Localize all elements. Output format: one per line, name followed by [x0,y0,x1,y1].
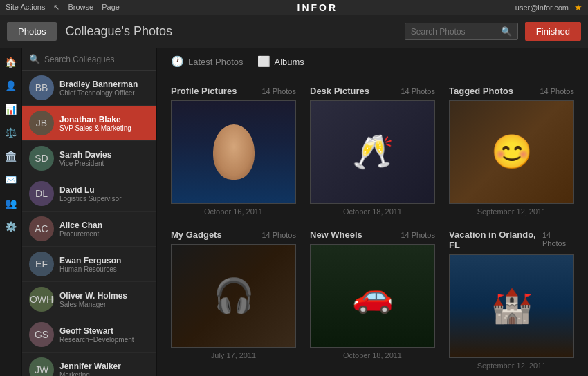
top-bar: Site Actions ↖ Browse Page INFOR user@in… [0,0,588,15]
album-card-gadgets[interactable]: My Gadgets 14 Photos 🎧 July 17, 2011 [171,229,296,370]
finished-button[interactable]: Finished [525,22,581,41]
tab-label-albums: Albums [275,57,304,67]
avatar-david: DL [29,181,54,206]
colleague-role-bradley: Chief Technology Officer [59,89,149,97]
browse-icon: ↖ [53,3,59,12]
top-bar-center: INFOR [120,2,515,13]
nav-icon-building[interactable]: 🏛️ [3,148,19,164]
avatar-geoff: GS [29,322,54,347]
nav-icon-home[interactable]: 🏠 [3,54,19,70]
colleague-item-jennifer[interactable]: JW Jennifer Walker Marketing [22,352,156,376]
album-header-gadgets: My Gadgets 14 Photos [171,229,296,240]
colleague-item-ewan[interactable]: EF Ewan Ferguson Human Resources [22,247,156,282]
colleague-name-jonathan: Jonathan Blake [59,115,149,124]
avatar-jonathan: JB [29,111,54,135]
colleague-item-bradley[interactable]: BB Bradley Bannerman Chief Technology Of… [22,70,156,106]
colleague-role-jennifer: Marketing [59,371,149,377]
nav-icon-profile[interactable]: 👤 [3,77,19,94]
photos-button[interactable]: Photos [7,22,57,41]
colleague-role-jonathan: SVP Sales & Marketing [59,124,149,132]
colleague-item-oliver[interactable]: OWH Oliver W. Holmes Sales Manager [22,282,156,317]
colleague-name-alice: Alice Chan [59,220,149,230]
colleague-role-geoff: Research+Development [59,336,149,344]
album-card-profile[interactable]: Profile Pictures 14 Photos October 16, 2… [171,86,296,216]
colleague-role-sarah: Vice President [59,160,149,167]
avatar-ewan: EF [29,252,54,276]
avatar-jennifer: JW [29,357,54,376]
album-title-gadgets: My Gadgets [171,229,222,240]
colleague-name-ewan: Ewan Ferguson [59,256,149,265]
content-area: 🕐 Latest Photos ⬜ Albums Profile Picture… [157,48,588,376]
colleague-item-david[interactable]: DL David Lu Logistics Supervisor [22,176,156,212]
header: Photos Colleague's Photos 🔍 Finished [0,15,588,48]
colleagues-panel: 🔍 BB Bradley Bannerman Chief Technology … [22,48,157,376]
avatar-bradley: BB [29,75,54,100]
tab-icon-latest: 🕐 [171,55,184,68]
album-thumb-wheels[interactable]: 🚗 [310,244,435,348]
search-icon: 🔍 [501,26,512,37]
album-emoji-tagged: 😊 [491,133,533,171]
colleague-info-jennifer: Jennifer Walker Marketing [59,361,149,377]
colleague-info-jonathan: Jonathan Blake SVP Sales & Marketing [59,115,149,132]
album-thumb-gadgets[interactable]: 🎧 [171,244,296,348]
album-card-tagged[interactable]: Tagged Photos 14 Photos 😊 September 12, … [449,86,574,216]
album-card-vacation[interactable]: Vacation in Orlando, FL 14 Photos 🏰 Sept… [449,229,574,370]
album-count-vacation: 14 Photos [542,231,574,247]
colleagues-search-icon: 🔍 [29,54,40,64]
browse-link[interactable]: Browse [68,3,93,12]
search-input[interactable] [411,27,501,37]
album-count-wheels: 14 Photos [401,231,435,239]
album-title-desk: Desk Pictures [310,86,369,96]
tab-bar: 🕐 Latest Photos ⬜ Albums [157,48,588,75]
album-count-tagged: 14 Photos [540,87,574,95]
colleagues-search-bar: 🔍 [22,48,156,70]
album-header-wheels: New Wheels 14 Photos [310,229,435,240]
album-count-desk: 14 Photos [401,87,435,95]
colleague-item-alice[interactable]: AC Alice Chan Procurement [22,212,156,247]
album-header-tagged: Tagged Photos 14 Photos [449,86,574,96]
album-title-tagged: Tagged Photos [449,86,513,96]
colleague-item-geoff[interactable]: GS Geoff Stewart Research+Development [22,317,156,352]
colleagues-list: BB Bradley Bannerman Chief Technology Of… [22,70,156,376]
album-header-vacation: Vacation in Orlando, FL 14 Photos [449,229,574,250]
album-thumb-vacation[interactable]: 🏰 [449,254,574,358]
album-thumb-desk[interactable]: 🥂 [310,100,435,204]
album-date-tagged: September 12, 2011 [449,207,574,216]
colleague-info-sarah: Sarah Davies Vice President [59,150,149,167]
colleague-item-sarah[interactable]: SD Sarah Davies Vice President [22,141,156,176]
nav-icon-people[interactable]: 👥 [3,195,19,212]
colleague-info-bradley: Bradley Bannerman Chief Technology Offic… [59,79,149,97]
tab-albums[interactable]: ⬜ Albums [257,53,304,70]
nav-icon-settings[interactable]: ⚙️ [3,218,19,235]
tab-label-latest: Latest Photos [188,57,244,67]
colleague-role-ewan: Human Resources [59,265,149,273]
username-label: user@infor.com [515,3,569,12]
album-emoji-wheels: 🚗 [352,276,394,315]
colleague-info-david: David Lu Logistics Supervisor [59,185,149,203]
tab-latest[interactable]: 🕐 Latest Photos [171,53,244,70]
album-date-wheels: October 18, 2011 [310,351,435,359]
album-emoji-vacation: 🏰 [491,287,533,326]
nav-icon-chart[interactable]: 📊 [3,101,19,118]
page-link[interactable]: Page [102,3,120,12]
search-box: 🔍 [405,23,518,40]
colleague-role-alice: Procurement [59,230,149,238]
album-date-gadgets: July 17, 2011 [171,351,296,359]
colleague-info-ewan: Ewan Ferguson Human Resources [59,256,149,273]
top-bar-right: user@infor.com ★ [515,2,582,12]
colleagues-search-input[interactable] [44,55,149,64]
colleague-item-jonathan[interactable]: JB Jonathan Blake SVP Sales & Marketing [22,106,156,141]
album-date-vacation: September 12, 2011 [449,361,574,370]
album-card-desk[interactable]: Desk Pictures 14 Photos 🥂 October 18, 20… [310,86,435,216]
nav-icon-mail[interactable]: ✉️ [3,171,19,188]
nav-icon-scale[interactable]: ⚖️ [3,124,19,141]
album-card-wheels[interactable]: New Wheels 14 Photos 🚗 October 18, 2011 [310,229,435,370]
album-date-profile: October 16, 2011 [171,207,296,216]
star-icon[interactable]: ★ [574,2,582,12]
tab-icon-albums: ⬜ [257,55,270,68]
site-actions-link[interactable]: Site Actions [6,3,45,12]
album-thumb-tagged[interactable]: 😊 [449,100,574,204]
album-thumb-profile[interactable] [171,100,296,204]
avatar-sarah: SD [29,146,54,171]
infor-logo: INFOR [297,2,338,13]
